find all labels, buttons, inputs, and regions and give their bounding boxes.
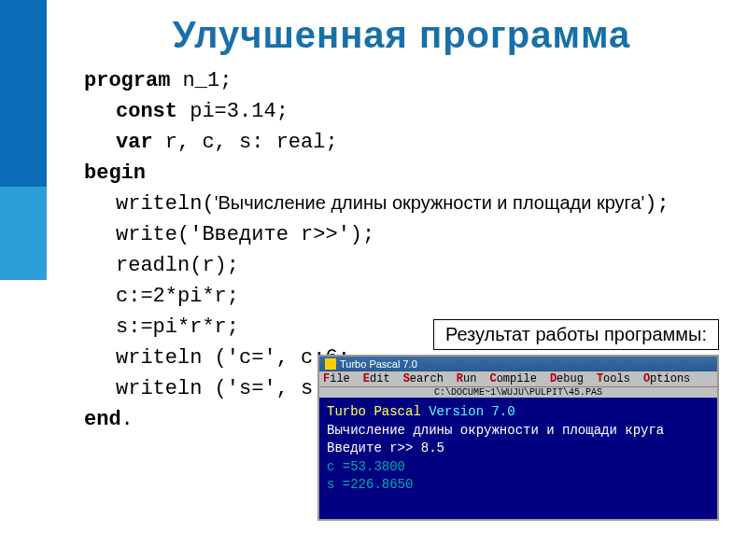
kw-var: var	[116, 131, 153, 154]
output-line-version: Turbo Pascal Version 7.0	[327, 403, 710, 422]
menu-edit[interactable]: Edit	[363, 372, 390, 385]
menu-options[interactable]: Options	[643, 372, 690, 385]
code-text: pi=3.14;	[177, 100, 289, 123]
stripe-dark-blue	[0, 0, 47, 187]
code-line-const: const pi=3.14;	[84, 96, 747, 127]
code-text: .	[121, 408, 134, 431]
menu-run[interactable]: Run	[457, 372, 477, 385]
kw-end: end	[84, 408, 121, 431]
output-line-c: c =53.3800	[327, 458, 710, 477]
output-line-desc: Вычисление длины окружности и площади кр…	[327, 422, 710, 441]
code-text: );	[644, 192, 669, 216]
file-path-bar: C:\DOCUME~1\WUJU\PULPIT\45.PAS	[319, 386, 717, 398]
console-output: Turbo Pascal Version 7.0 Вычисление длин…	[319, 398, 717, 519]
turbo-pascal-window: Turbo Pascal 7.0 File Edit Search Run Co…	[317, 355, 719, 521]
code-line-assign-c: c:=2*pi*r;	[84, 281, 747, 312]
code-text: r, c, s: real;	[153, 131, 338, 154]
string-literal: 'Вычисление длины окружности и площади к…	[215, 192, 645, 213]
window-icon	[325, 358, 336, 370]
code-line-write: write('Введите r>>');	[84, 219, 747, 250]
code-line-var: var r, c, s: real;	[84, 127, 747, 158]
stripe-light-blue	[0, 187, 47, 280]
output-line-input: Введите r>> 8.5	[327, 440, 710, 458]
menu-search[interactable]: Search	[403, 372, 444, 385]
kw-const: const	[116, 100, 177, 123]
kw-program: program	[84, 69, 170, 92]
menu-debug[interactable]: Debug	[550, 372, 584, 385]
menubar: File Edit Search Run Compile Debug Tools…	[319, 371, 717, 386]
menu-tools[interactable]: Tools	[597, 372, 630, 385]
code-line-writeln1: writeln('Вычисление длины окружности и п…	[116, 189, 747, 219]
decorative-left-stripe	[0, 0, 47, 560]
output-line-s: s =226.8650	[327, 476, 710, 495]
slide-title: Улучшенная программа	[56, 0, 747, 65]
code-line-readln: readln(r);	[84, 250, 747, 281]
code-line-program: program n_1;	[84, 65, 747, 96]
code-text: n_1;	[170, 69, 232, 92]
code-text: writeln(	[116, 192, 215, 216]
window-title-text: Turbo Pascal 7.0	[340, 358, 417, 370]
menu-file[interactable]: File	[323, 372, 350, 385]
window-titlebar: Turbo Pascal 7.0	[319, 357, 717, 371]
menu-compile[interactable]: Compile	[489, 372, 536, 385]
kw-begin: begin	[84, 161, 146, 185]
code-line-begin: begin	[84, 158, 747, 189]
output-version: Version 7.0	[429, 404, 514, 419]
result-label: Результат работы программы:	[433, 319, 719, 350]
output-text: Turbo Pascal	[327, 404, 429, 419]
stripe-white	[0, 280, 47, 560]
